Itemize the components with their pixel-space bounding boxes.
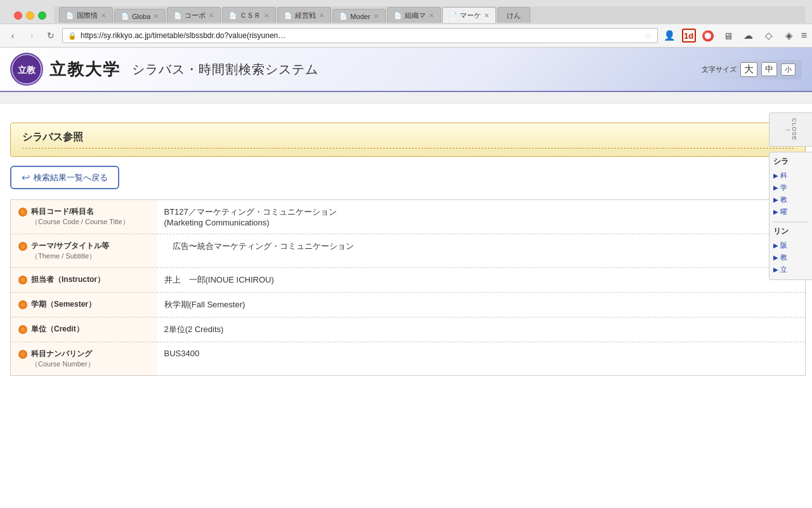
font-size-small-button[interactable]: 小 xyxy=(781,64,796,76)
tab-keiei[interactable]: 📄 経営戦 ✕ xyxy=(277,7,331,23)
sidebar-arrow-icon: ▶ xyxy=(773,266,778,273)
tab-label: 国際情 xyxy=(77,11,98,20)
system-title: シラバス・時間割検索システム xyxy=(132,61,318,78)
extension-icon-2[interactable]: 1d xyxy=(682,29,696,43)
address-bar: ‹ › ↻ 🔒 https://sy.rikkyo.ac.jp/timetabl… xyxy=(0,23,812,48)
logo-area: 立教 立教大学 シラバス・時間割検索システム xyxy=(10,53,318,86)
tab-doc-icon: 📄 xyxy=(284,12,292,19)
tab-kokusai[interactable]: 📄 国際情 ✕ xyxy=(59,7,113,23)
tab-close-icon[interactable]: ✕ xyxy=(484,12,489,19)
sidebar-item-4[interactable]: ▶ 曜 xyxy=(773,206,808,218)
tab-close-icon[interactable]: ✕ xyxy=(209,12,214,19)
sidebar-close-tab[interactable]: → CLOSE xyxy=(769,112,812,147)
sidebar-arrow-icon: ▶ xyxy=(773,196,778,203)
tab-doc-icon: 📄 xyxy=(394,12,402,19)
maximize-button[interactable] xyxy=(38,11,46,20)
label-cell: 担当者（Instructor） xyxy=(11,268,157,293)
back-arrow-icon: ↩ xyxy=(22,171,30,184)
close-button[interactable] xyxy=(14,11,22,20)
minimize-button[interactable] xyxy=(26,11,34,20)
tab-doc-icon: 📄 xyxy=(449,12,457,19)
tab-label: コーポ xyxy=(185,11,206,20)
tab-label: 経営戦 xyxy=(295,11,316,20)
tab-label: マーケ xyxy=(460,11,481,20)
value-cell: 秋学期(Fall Semester) xyxy=(157,293,806,318)
row-icon xyxy=(18,276,27,284)
tab-ken[interactable]: けん xyxy=(497,7,530,23)
label-cell: 科目ナンバリング（Course Number） xyxy=(11,342,157,376)
label-cell: テーマ/サブタイトル等（Theme / Subtitle） xyxy=(11,234,157,268)
tab-close-icon[interactable]: ✕ xyxy=(374,13,379,20)
content-spacer xyxy=(0,104,812,112)
sidebar-item-3[interactable]: ▶ 教 xyxy=(773,194,808,206)
font-size-controls: 文字サイズ 大 中 小 xyxy=(695,60,802,79)
row-icon xyxy=(18,325,27,334)
close-arrow-icon: → xyxy=(784,126,791,133)
extension-icon-1[interactable]: 👤 xyxy=(662,27,678,44)
tab-close-icon[interactable]: ✕ xyxy=(154,13,159,20)
tab-corpo[interactable]: 📄 コーポ ✕ xyxy=(167,7,221,23)
sidebar-item-label: 科 xyxy=(780,171,787,180)
tabs-bar: 📄 国際情 ✕ 📄 Globa ✕ 📄 コーポ ✕ 📄 ＣＳＲ ✕ 📄 xyxy=(54,6,806,23)
url-bar[interactable]: 🔒 https://sy.rikkyo.ac.jp/timetable/slbs… xyxy=(62,28,658,43)
tab-soshiki[interactable]: 📄 組織マ ✕ xyxy=(387,7,441,23)
toolbar-icons: 👤 1d ⭕ 🖥 ☁ ◇ ◈ ≡ xyxy=(662,27,807,44)
label-main: 単位（Credit） xyxy=(31,324,84,333)
university-name: 立教大学 xyxy=(49,58,121,81)
sidebar-link-3[interactable]: ▶ 立 xyxy=(773,264,808,276)
sidebar-item-2[interactable]: ▶ 学 xyxy=(773,182,808,194)
sidebar-link-label: 立 xyxy=(780,265,787,274)
label-main: 科目ナンバリング xyxy=(31,349,92,358)
row-icon xyxy=(18,350,27,359)
tab-close-icon[interactable]: ✕ xyxy=(101,12,106,19)
tab-label: ＣＳＲ xyxy=(240,11,261,20)
sidebar-panel: シラ ▶ 科 ▶ 学 ▶ 教 ▶ 曜 リン ▶ 阪 xyxy=(769,152,812,280)
menu-button[interactable]: ≡ xyxy=(801,30,807,41)
label-main: 科目コード/科目名 xyxy=(31,207,94,216)
sidebar-arrow-icon: ▶ xyxy=(773,208,778,215)
back-button[interactable]: ‹ xyxy=(5,28,20,43)
back-button-label: 検索結果一覧へ戻る xyxy=(34,172,108,184)
sidebar-item-1[interactable]: ▶ 科 xyxy=(773,170,808,182)
extension-icon-5[interactable]: ◇ xyxy=(761,27,777,44)
sidebar-title-2: リン xyxy=(773,226,808,237)
table-row: 科目コード/科目名（Course Code / Course Title）BT1… xyxy=(11,200,806,234)
table-row: 科目ナンバリング（Course Number）BUS3400 xyxy=(11,342,806,376)
row-icon xyxy=(18,208,27,217)
font-size-mid-button[interactable]: 中 xyxy=(761,62,777,76)
tab-label: 組織マ xyxy=(405,11,426,20)
bookmark-icon[interactable]: ☆ xyxy=(644,30,652,41)
table-row: 担当者（Instructor）井上 一郎(INOUE ICHIROU) xyxy=(11,268,806,293)
font-size-large-button[interactable]: 大 xyxy=(740,62,757,77)
sidebar-arrow-icon: ▶ xyxy=(773,254,778,261)
tab-modern[interactable]: 📄 Moder ✕ xyxy=(332,9,385,23)
tab-close-icon[interactable]: ✕ xyxy=(264,12,269,19)
course-info-table: 科目コード/科目名（Course Code / Course Title）BT1… xyxy=(10,199,806,376)
extension-icon-4[interactable]: ☁ xyxy=(740,27,757,44)
main-layout: シラバス参照 ↩ 検索結果一覧へ戻る 科目コード/科目名（Course Code… xyxy=(0,112,812,376)
tab-csr[interactable]: 📄 ＣＳＲ ✕ xyxy=(222,7,276,23)
sidebar-link-1[interactable]: ▶ 阪 xyxy=(773,239,808,251)
sidebar-arrow-icon: ▶ xyxy=(773,242,778,249)
row-icon xyxy=(18,300,27,309)
table-row: テーマ/サブタイトル等（Theme / Subtitle） 広告〜統合マーケティ… xyxy=(11,234,806,268)
value-cell: BT127／マーケティング・コミュニケーション(Marketing Commun… xyxy=(157,200,806,234)
tab-label: Moder xyxy=(350,13,370,20)
site-header: 立教 立教大学 シラバス・時間割検索システム 文字サイズ 大 中 小 xyxy=(0,48,812,92)
forward-button[interactable]: › xyxy=(24,28,39,43)
syllabus-header: シラバス参照 xyxy=(10,123,806,157)
value-cell: BUS3400 xyxy=(157,342,806,376)
back-to-results-button[interactable]: ↩ 検索結果一覧へ戻る xyxy=(10,166,119,189)
reload-button[interactable]: ↻ xyxy=(43,28,58,43)
tab-marketing[interactable]: 📄 マーケ ✕ xyxy=(442,7,496,23)
tab-global[interactable]: 📄 Globa ✕ xyxy=(114,9,166,23)
tab-close-icon[interactable]: ✕ xyxy=(429,12,434,19)
tab-doc-icon: 📄 xyxy=(121,13,129,20)
tab-close-icon[interactable]: ✕ xyxy=(319,12,324,19)
extension-icon-6[interactable]: ◈ xyxy=(781,27,797,44)
sidebar-link-2[interactable]: ▶ 教 xyxy=(773,251,808,264)
label-main: テーマ/サブタイトル等 xyxy=(31,241,109,250)
opera-icon[interactable]: ⭕ xyxy=(700,27,716,44)
tab-doc-icon: 📄 xyxy=(66,12,74,19)
extension-icon-3[interactable]: 🖥 xyxy=(720,27,737,44)
